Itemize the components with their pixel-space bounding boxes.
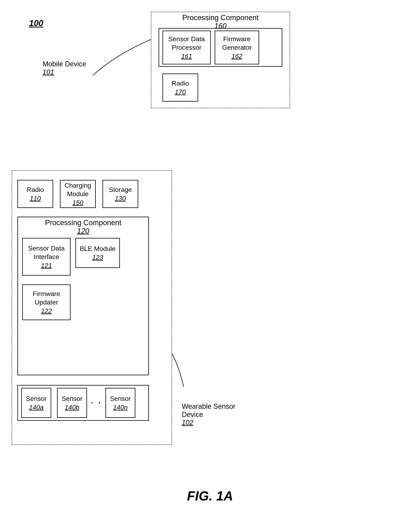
cm150-label: ChargingModule150 — [65, 181, 91, 207]
sensor140n-label: Sensor140n — [110, 394, 131, 411]
sensor140b-label: Sensor140b — [62, 394, 82, 411]
sensor-data-interface-121-box: Sensor DataInterface121 — [22, 238, 71, 276]
sensor-140n-box: Sensor140n — [105, 388, 135, 418]
wearable-sensor-device-label: Wearable Sensor Device 102 — [182, 402, 236, 427]
fg162-label: FirmwareGenerator162 — [222, 35, 252, 60]
storage-130-box: Storage130 — [103, 180, 138, 208]
sensor-data-processor-161-box: Sensor DataProcessor161 — [162, 30, 211, 64]
radio110-label: Radio110 — [27, 185, 44, 202]
radio170-label: Radio170 — [172, 79, 189, 96]
ble123-label: BLE Module123 — [80, 244, 115, 261]
charging-module-150-box: ChargingModule150 — [60, 180, 96, 208]
sensor-140a-box: Sensor140a — [21, 388, 51, 418]
firmware-updater-122-box: FirmwareUpdater122 — [22, 284, 71, 320]
sensor-140b-box: Sensor140b — [57, 388, 87, 418]
diagram: 100 Mobile Device 101 Processing Compone… — [0, 0, 420, 514]
figure-label: FIG. 1A — [187, 488, 233, 503]
firmware-generator-162-box: FirmwareGenerator162 — [215, 30, 259, 64]
fu122-label: FirmwareUpdater122 — [33, 289, 60, 315]
sensor140a-label: Sensor140a — [26, 394, 47, 411]
sdi121-label: Sensor DataInterface121 — [28, 244, 65, 270]
radio-170-box: Radio170 — [162, 74, 198, 102]
sdp161-label: Sensor DataProcessor161 — [168, 35, 205, 60]
diagram-title: 100 — [29, 18, 43, 28]
storage130-label: Storage130 — [109, 185, 132, 202]
mobile-device-label: Mobile Device 101 — [43, 60, 86, 76]
processing-component-160-title: Processing Component 160 — [153, 14, 288, 30]
radio-110-box: Radio110 — [17, 180, 53, 208]
ble-module-123-box: BLE Module123 — [75, 238, 120, 268]
processing-component-120-title: Processing Component 120 — [19, 219, 147, 235]
